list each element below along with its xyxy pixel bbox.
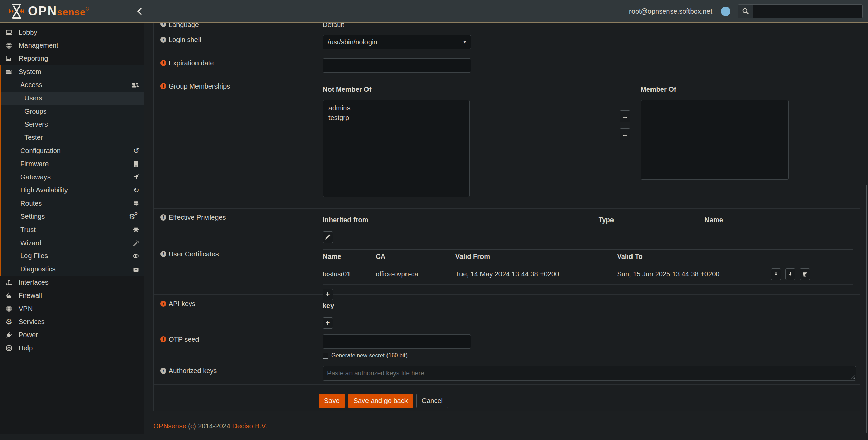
download-certificate-button[interactable] [771,268,781,280]
sidebar-item-reporting[interactable]: Reporting [0,52,144,65]
form-row-user-certificates: i User Certificates Name CA Valid From V… [154,245,860,295]
footer-deciso-link[interactable]: Deciso B.V. [232,422,267,430]
generate-secret-checkbox[interactable] [323,353,328,359]
column-header: Inherited from [323,213,599,227]
login-shell-label: Login shell [169,36,201,44]
sidebar-item-high-availability[interactable]: High Availability ↻ [1,184,144,197]
field-label: i Effective Privileges [154,209,316,245]
sidebar-item-label: Reporting [19,55,48,62]
add-api-key-button[interactable]: + [323,317,333,329]
form-row-actions: Save Save and go back Cancel [154,385,860,411]
not-member-of-column: Not Member Of admins testgrp [323,81,609,197]
sidebar-item-label: Trust [20,226,36,234]
info-icon: i [160,214,166,221]
field-label: i User Certificates [154,245,316,294]
sidebar-item-access[interactable]: Access [1,78,144,92]
authorized-keys-textarea[interactable] [323,366,856,381]
sidebar-item-interfaces[interactable]: Interfaces [0,276,144,289]
arrow-left-icon: ← [622,131,628,138]
gears-icon: ⚙⚙ [129,213,139,221]
sidebar-item-routes[interactable]: Routes [1,197,144,210]
expiration-date-input[interactable] [323,58,471,73]
group-option[interactable]: admins [323,103,469,113]
sidebar-item-firmware[interactable]: Firmware [1,157,144,171]
footer-opnsense-link[interactable]: OPNsense [153,422,186,430]
user-certificates-label: User Certificates [169,250,219,258]
field-label: i Group Memberships [154,77,316,208]
hourglass-logo-icon [9,3,24,20]
search-icon[interactable] [738,5,753,18]
cancel-button[interactable]: Cancel [416,394,448,408]
member-of-header: Member Of [641,81,853,93]
sidebar-item-servers[interactable]: Servers [1,118,144,131]
not-member-of-listbox[interactable]: admins testgrp [323,100,470,197]
certificate-row: testusr01 office-ovpn-ca Tue, 14 May 202… [323,264,853,285]
form-row-api-keys: i API keys key + [154,295,860,330]
resize-grip-icon[interactable] [851,375,855,379]
otp-seed-input[interactable] [323,334,471,349]
not-member-of-header: Not Member Of [323,81,609,93]
user-certificates-table: Name CA Valid From Valid To testusr01 of… [323,249,853,285]
delete-certificate-button[interactable] [800,268,810,280]
api-keys-table: key [323,299,853,313]
brand-sense: sense [57,7,86,18]
vertical-scrollbar-thumb[interactable] [866,185,867,433]
sidebar-item-services[interactable]: ⚙ Services [0,315,144,329]
user-edit-form: i Language Default i Login shell /usr/sb… [153,23,860,411]
effective-privileges-table: Inherited from Type Name [323,213,853,227]
remove-from-group-button[interactable]: ← [620,128,630,140]
opnsense-logo[interactable]: OPNsense® [9,3,121,20]
search-box [738,4,863,18]
history-icon: ↺ [133,147,139,155]
sidebar-item-wizard[interactable]: Wizard [1,236,144,250]
location-arrow-icon [133,174,139,180]
sidebar-item-trust[interactable]: Trust [1,223,144,236]
sidebar-item-settings[interactable]: Settings ⚙⚙ [1,210,144,223]
sidebar-item-lobby[interactable]: Lobby [0,26,144,39]
sidebar-item-log-files[interactable]: Log Files [1,250,144,263]
sidebar: Lobby Management Reporting System Access [0,23,144,434]
form-row-otp-seed: i OTP seed Generate new secret (160 bit) [154,330,860,362]
sidebar-item-vpn[interactable]: VPN [0,302,144,315]
sidebar-item-power[interactable]: Power [0,328,144,342]
download-ca-button[interactable] [785,268,795,280]
sidebar-item-label: Interfaces [19,279,49,286]
sidebar-item-label: System [19,68,41,76]
login-shell-select[interactable]: /usr/sbin/nologin ▾ [323,35,471,49]
field-label: i Login shell [154,31,316,54]
edit-privileges-button[interactable] [323,231,333,243]
logged-in-user: root@opnsense.softbox.net [629,7,712,15]
fire-icon [4,292,13,299]
member-of-column: Member Of [641,81,853,197]
sidebar-item-label: Help [19,344,33,352]
sidebar-item-users[interactable]: Users [1,92,144,105]
column-header: key [323,299,853,313]
sidebar-item-help[interactable]: Help [0,342,144,355]
sidebar-item-tester[interactable]: Tester [1,131,144,144]
sidebar-item-gateways[interactable]: Gateways [1,171,144,184]
sidebar-item-management[interactable]: Management [0,39,144,52]
sidebar-item-groups[interactable]: Groups [1,105,144,118]
save-button[interactable]: Save [319,394,345,408]
arrow-right-icon: → [622,113,628,120]
life-ring-icon [4,345,13,352]
sidebar-item-firewall[interactable]: Firewall [0,289,144,302]
field-label: i Expiration date [154,54,316,77]
firmware-icon [133,160,139,167]
save-and-go-back-button[interactable]: Save and go back [348,394,413,408]
sidebar-item-configuration[interactable]: Configuration ↺ [1,144,144,157]
language-value: Default [323,23,344,28]
group-memberships-label: Group Memberships [169,82,230,90]
sidebar-item-system[interactable]: System [1,65,144,78]
group-option[interactable]: testgrp [323,113,469,123]
field-label: i Language [154,23,316,31]
avatar[interactable] [721,7,730,16]
add-to-group-button[interactable]: → [620,110,630,122]
member-of-listbox[interactable] [641,100,789,180]
search-input[interactable] [753,5,862,18]
sitemap-icon [4,279,13,286]
sidebar-item-label: Diagnostics [20,265,55,273]
map-signs-icon [133,200,139,207]
sidebar-collapse-icon[interactable] [136,7,144,15]
sidebar-item-diagnostics[interactable]: Diagnostics [1,263,144,276]
